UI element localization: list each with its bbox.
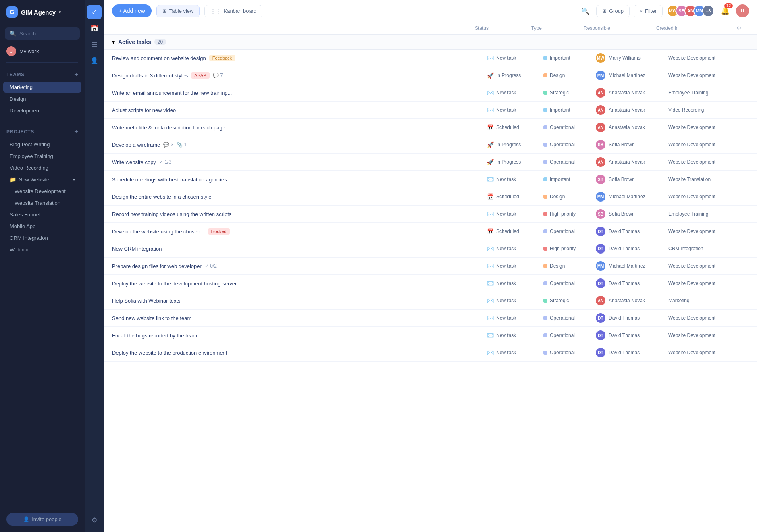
search-bar[interactable]: 🔍 Search...: [5, 27, 80, 40]
responsible-cell: AN Anastasia Novak: [596, 296, 668, 305]
task-name-cell: Deploy the website to the production env…: [112, 350, 487, 356]
tool-list[interactable]: ☰: [87, 37, 102, 52]
responsible-avatar: AN: [596, 123, 605, 132]
table-row[interactable]: Develop a wireframe 💬 3📎 1 🚀 In Progress…: [104, 136, 757, 154]
app-logo[interactable]: G GIM Agency ▾: [0, 0, 85, 24]
my-work-item[interactable]: U My work: [0, 43, 85, 59]
search-icon: 🔍: [10, 31, 16, 37]
table-row[interactable]: Adjust scripts for new video ✉️ New task…: [104, 102, 757, 119]
tool-user[interactable]: 👤: [87, 53, 102, 68]
responsible-name: Anastasia Novak: [609, 125, 645, 130]
responsible-cell: DT David Thomas: [596, 244, 668, 254]
sidebar-item-employee-training[interactable]: Employee Training: [3, 151, 81, 162]
table-row[interactable]: Prepare design files for web developer ✓…: [104, 258, 757, 275]
type-cell: Operational: [543, 229, 596, 234]
user-avatar[interactable]: U: [736, 4, 749, 17]
type-dot: [543, 316, 547, 320]
status-text: New task: [496, 315, 516, 321]
sidebar-item-design[interactable]: Design: [3, 94, 81, 104]
table-row[interactable]: Fix all the bugs reported by the team ✉️…: [104, 327, 757, 344]
table-row[interactable]: Deploy the website to the production env…: [104, 344, 757, 362]
status-icon: ✉️: [487, 332, 494, 339]
task-name: Write an email announcement for the new …: [112, 90, 232, 96]
responsible-avatar: AN: [596, 157, 605, 167]
new-website-chevron[interactable]: ▾: [73, 177, 75, 182]
logo-icon: G: [6, 6, 18, 18]
projects-add-icon[interactable]: +: [74, 128, 78, 135]
table-row[interactable]: Write an email announcement for the new …: [104, 84, 757, 102]
table-row[interactable]: Deploy the website to the development ho…: [104, 275, 757, 292]
type-cell: Design: [543, 263, 596, 269]
table-row[interactable]: Design drafts in 3 different styles ASAP…: [104, 67, 757, 84]
projects-label: Projects: [6, 129, 34, 135]
task-name: Schedule meetings with best translation …: [112, 177, 227, 183]
sidebar-item-website-development[interactable]: Website Development: [3, 186, 81, 197]
sidebar-item-mobile-app[interactable]: Mobile App: [3, 221, 81, 232]
section-chevron[interactable]: ▾: [112, 39, 115, 45]
section-header-active-tasks: ▾ Active tasks 20: [104, 35, 757, 50]
notification-button[interactable]: 🔔 12: [718, 4, 732, 18]
responsible-name: Michael Martinez: [609, 263, 645, 269]
comment-meta: 💬 7: [213, 73, 223, 78]
add-new-button[interactable]: + Add new: [112, 4, 152, 17]
table-row[interactable]: New CRM integration ✉️ New task High pri…: [104, 240, 757, 258]
table-row[interactable]: Review and comment on website design Fee…: [104, 50, 757, 67]
col-header-settings[interactable]: ⚙: [737, 25, 749, 31]
type-text: High priority: [550, 211, 576, 217]
tool-settings[interactable]: ⚙: [87, 513, 102, 527]
avatar-stack: MW SB AN MM +3: [667, 5, 714, 17]
type-cell: Operational: [543, 350, 596, 355]
task-tag: Feedback: [209, 55, 235, 61]
invite-people-button[interactable]: 👤 Invite people: [6, 513, 78, 526]
responsible-cell: DT David Thomas: [596, 227, 668, 236]
kanban-board-button[interactable]: ⋮⋮ Kanban board: [204, 5, 262, 17]
col-header-created-in: Created in: [656, 25, 737, 31]
search-button[interactable]: 🔍: [578, 4, 592, 18]
status-text: New task: [496, 90, 516, 96]
status-cell: ✉️ New task: [487, 332, 543, 339]
table-row[interactable]: Develop the website using the chosen... …: [104, 223, 757, 240]
type-text: Design: [550, 263, 565, 269]
group-button[interactable]: ⊞ Group: [596, 5, 630, 17]
sidebar-item-webinar[interactable]: Webinar: [3, 244, 81, 255]
tool-tasks[interactable]: ✓: [87, 5, 102, 19]
avatar-extra[interactable]: +3: [702, 5, 714, 17]
task-name: Deploy the website to the production env…: [112, 350, 227, 356]
type-text: Important: [550, 107, 570, 113]
status-text: In Progress: [496, 159, 521, 165]
table-row[interactable]: Design the entire website in a chosen st…: [104, 188, 757, 206]
status-cell: 📅 Scheduled: [487, 228, 543, 235]
task-rows-container: Review and comment on website design Fee…: [104, 50, 757, 362]
table-row[interactable]: Schedule meetings with best translation …: [104, 171, 757, 188]
sidebar-item-new-website[interactable]: 📁 New Website ▾: [3, 174, 81, 185]
table-row[interactable]: Record new training videos using the wri…: [104, 206, 757, 223]
tool-calendar[interactable]: 📅: [87, 21, 102, 35]
sidebar-item-marketing[interactable]: Marketing: [3, 82, 81, 93]
created-in-cell: Website Development: [668, 142, 749, 148]
table-row[interactable]: Help Sofia with Webinar texts ✉️ New tas…: [104, 292, 757, 310]
created-in-cell: Employee Training: [668, 211, 749, 217]
teams-label: Teams: [6, 72, 25, 77]
type-cell: Strategic: [543, 298, 596, 303]
status-icon: 🚀: [487, 72, 494, 79]
sidebar-item-video-recording[interactable]: Video Recording: [3, 162, 81, 173]
sidebar-item-sales-funnel[interactable]: Sales Funnel: [3, 209, 81, 220]
responsible-avatar: MM: [596, 261, 605, 271]
table-row[interactable]: Write meta title & meta description for …: [104, 119, 757, 136]
sidebar-item-blog-post-writing[interactable]: Blog Post Writing: [3, 139, 81, 150]
app-chevron[interactable]: ▾: [59, 10, 61, 15]
teams-add-icon[interactable]: +: [74, 71, 78, 78]
responsible-name: Sofia Brown: [609, 177, 635, 182]
filter-button[interactable]: ▿ Filter: [634, 5, 663, 17]
group-label: Group: [609, 8, 624, 14]
sidebar-item-crm-integration[interactable]: CRM Integration: [3, 233, 81, 243]
table-row[interactable]: Send new website link to the team ✉️ New…: [104, 310, 757, 327]
type-cell: Operational: [543, 125, 596, 130]
type-dot: [543, 281, 547, 285]
sidebar-item-development[interactable]: Development: [3, 105, 81, 116]
table-view-button[interactable]: ⊞ Table view: [156, 5, 200, 17]
responsible-avatar: AN: [596, 296, 605, 305]
sidebar-item-website-translation[interactable]: Website Translation: [3, 197, 81, 208]
invite-label: Invite people: [32, 516, 62, 522]
table-row[interactable]: Write website copy ✓ 1/3 🚀 In Progress O…: [104, 154, 757, 171]
